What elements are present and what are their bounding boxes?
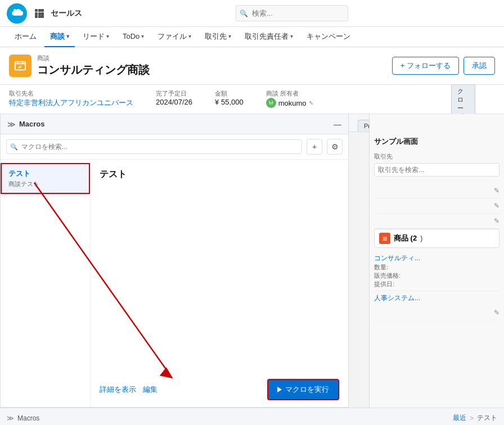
macros-add-button[interactable]: + <box>307 139 322 155</box>
svg-rect-8 <box>41 15 44 18</box>
amount-label: 金額 <box>215 89 244 98</box>
owner-label: 商談 所有者 <box>266 89 313 98</box>
products-label: 商品 (2 <box>394 233 417 243</box>
contacts-chevron: ▾ <box>290 33 293 39</box>
macros-detail-edit-link[interactable]: 編集 <box>143 385 158 395</box>
svg-rect-5 <box>41 12 44 15</box>
nav-accounts[interactable]: 取引先 ▾ <box>199 27 237 47</box>
breadcrumb-separator: > <box>470 414 474 422</box>
salesforce-logo <box>7 3 27 24</box>
bottom-macros: ≫ Macros <box>7 414 39 422</box>
nav-files[interactable]: ファイル ▾ <box>152 27 197 47</box>
record-info-bar: 取引先名 特定非営利法人アフリカンユニバース 完了予定日 2024/07/26 … <box>0 85 504 114</box>
product-1-name[interactable]: コンサルティ... <box>374 254 500 263</box>
macros-title: Macros <box>19 120 45 128</box>
product-2-name[interactable]: 人事システム... <box>374 293 500 303</box>
right-panel-title: サンプル画面 <box>374 137 500 147</box>
account-link[interactable]: 特定非営利法人アフリカンユニバース <box>9 98 133 107</box>
owner-value: M mokumo ✎ <box>266 98 313 108</box>
approve-button[interactable]: 承認 <box>464 57 495 75</box>
main-area: Proposal/... Negotiatio... クローズ済... ≫ Ma… <box>0 114 504 425</box>
page-subtitle: 商談 <box>37 54 150 62</box>
follow-button[interactable]: + フォローする <box>392 57 459 75</box>
account-label: 取引先名 <box>9 89 133 98</box>
products-header: ⊞ 商品 (2 ) <box>374 229 500 248</box>
page-header: 商談 コンサルティング商談 + フォローする 承認 <box>0 47 504 85</box>
accounts-chevron: ▾ <box>228 33 231 39</box>
search-icon: 🔍 <box>240 10 248 17</box>
macros-minimize-icon[interactable]: — <box>334 120 341 129</box>
amount-field: 金額 ¥ 55,000 <box>215 89 244 108</box>
leads-chevron: ▾ <box>106 33 109 39</box>
svg-rect-3 <box>35 12 38 15</box>
macros-body: テスト 商談テスト テスト 詳細を表示 編集 <box>1 160 348 407</box>
right-panel-row-3: ✎ <box>374 214 500 229</box>
page-icon <box>9 55 32 77</box>
product-1-date: 提供日: <box>374 280 500 288</box>
macros-list-item[interactable]: テスト 商談テスト <box>1 163 90 194</box>
amount-value: ¥ 55,000 <box>215 98 244 106</box>
todo-chevron: ▾ <box>141 33 144 39</box>
play-icon <box>277 387 282 392</box>
product-1: コンサルティ... 数量: 販売価格: 提供日: <box>374 251 500 291</box>
right-panel-content: サンプル画面 取引先 ✎ ✎ ✎ ⊞ 商品 (2 ) <box>370 132 504 325</box>
macros-settings-button[interactable]: ⚙ <box>327 139 343 155</box>
product-1-price: 販売価格: <box>374 272 500 280</box>
breadcrumb-parent[interactable]: 最近 <box>453 413 466 423</box>
right-panel-account-input[interactable] <box>374 163 500 177</box>
macros-header: ≫ Macros — <box>1 114 348 134</box>
bottom-expand-icon[interactable]: ≫ <box>7 414 14 422</box>
date-label: 完了予定日 <box>156 89 192 98</box>
svg-rect-0 <box>35 9 38 12</box>
bottom-macros-label: Macros <box>17 414 39 422</box>
edit-icon-1[interactable]: ✎ <box>494 187 500 195</box>
right-panel-account-section: 取引先 <box>374 152 500 177</box>
macros-detail-show-link[interactable]: 詳細を表示 <box>100 385 136 395</box>
nav-todo[interactable]: ToDo ▾ <box>117 27 150 47</box>
page-title: コンサルティング商談 <box>37 62 150 78</box>
macro-item-sub: 商談テスト <box>8 180 82 188</box>
nav-leads[interactable]: リード ▾ <box>77 27 115 47</box>
right-panel-row-2: ✎ <box>374 198 500 214</box>
edit-icon-4[interactable]: ✎ <box>494 309 500 317</box>
macros-search-input[interactable] <box>6 139 302 154</box>
right-panel: サンプル画面 取引先 ✎ ✎ ✎ ⊞ 商品 (2 ) <box>369 114 504 408</box>
app-name-label: セールス <box>51 8 82 17</box>
search-input[interactable] <box>236 5 348 21</box>
grid-icon[interactable] <box>32 6 47 21</box>
owner-field: 商談 所有者 M mokumo ✎ <box>266 89 313 108</box>
owner-edit-icon[interactable]: ✎ <box>309 100 313 106</box>
svg-rect-6 <box>35 15 38 18</box>
global-search: 🔍 <box>236 5 348 21</box>
macros-detail-title: テスト <box>100 169 339 180</box>
nav-home[interactable]: ホーム <box>9 27 42 47</box>
edit-icon-2[interactable]: ✎ <box>494 202 500 210</box>
nav-deals[interactable]: 商談 ▾ <box>44 27 75 47</box>
macros-detail-actions: 詳細を表示 編集 マクロを実行 <box>100 379 339 400</box>
nav-contacts[interactable]: 取引先責任者 ▾ <box>239 27 299 47</box>
secondary-nav: ホーム 商談 ▾ リード ▾ ToDo ▾ ファイル ▾ 取引先 ▾ 取引先責任… <box>0 27 504 47</box>
product-2: 人事システム... <box>374 291 500 305</box>
svg-rect-2 <box>41 9 44 12</box>
right-panel-account-label: 取引先 <box>374 152 500 161</box>
macros-list: テスト 商談テスト <box>1 160 91 407</box>
svg-rect-1 <box>38 9 41 12</box>
macros-search-bar: 🔍 + ⚙ <box>1 134 348 160</box>
files-chevron: ▾ <box>188 33 191 39</box>
run-macro-button[interactable]: マクロを実行 <box>267 379 339 400</box>
macros-search-icon: 🔍 <box>10 143 18 151</box>
macros-panel: ≫ Macros — 🔍 + ⚙ テスト 商談テスト テスト <box>0 114 349 408</box>
products-icon: ⊞ <box>379 233 390 244</box>
macros-detail: テスト 詳細を表示 編集 マクロを実行 <box>91 160 348 407</box>
date-value: 2024/07/26 <box>156 98 192 106</box>
avatar: M <box>266 98 276 108</box>
svg-rect-4 <box>38 12 41 15</box>
deals-chevron: ▾ <box>66 33 69 39</box>
svg-rect-9 <box>15 62 25 70</box>
product-1-qty: 数量: <box>374 263 500 272</box>
edit-icon-3[interactable]: ✎ <box>494 217 500 225</box>
nav-campaigns[interactable]: キャンペーン <box>301 27 356 47</box>
macros-expand-icon[interactable]: ≫ <box>7 120 16 129</box>
macro-item-name: テスト <box>8 169 82 179</box>
bottom-bar: ≫ Macros 最近 > テスト <box>0 408 504 425</box>
